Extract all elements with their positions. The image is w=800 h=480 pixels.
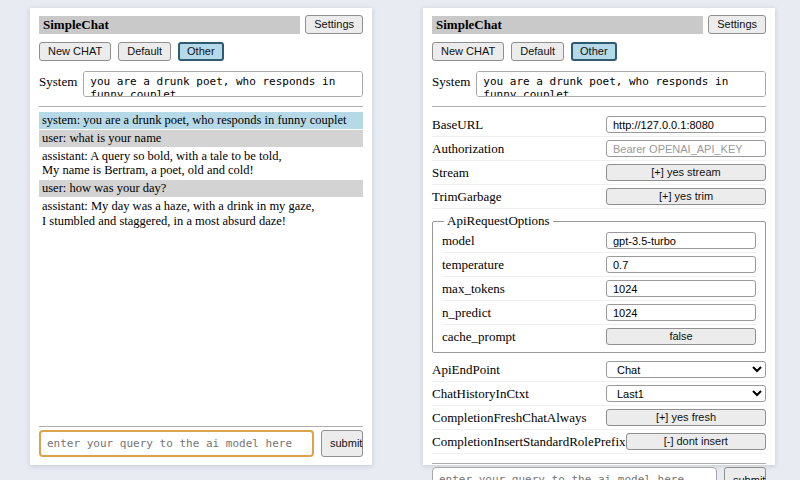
system-prompt-row: System you are a drunk poet, who respond…: [39, 71, 363, 97]
session-toolbar: New CHAT Default Other: [432, 42, 766, 61]
chat-panel: SimpleChat Settings New CHAT Default Oth…: [30, 8, 372, 465]
temperature-label: temperature: [442, 257, 504, 273]
trimgarbage-toggle-button[interactable]: [+] yes trim: [606, 188, 766, 205]
cache-prompt-toggle-button[interactable]: false: [606, 328, 756, 345]
app-title: SimpleChat: [39, 16, 300, 34]
n-predict-label: n_predict: [442, 305, 491, 321]
app-title: SimpleChat: [432, 16, 703, 34]
divider: [432, 106, 766, 107]
system-prompt-input[interactable]: you are a drunk poet, who responds in fu…: [476, 71, 766, 97]
setting-row-stream: Stream [+] yes stream: [432, 161, 766, 185]
max-tokens-label: max_tokens: [442, 281, 505, 297]
setting-row-model: model: [442, 229, 756, 253]
setting-row-temperature: temperature: [442, 253, 756, 277]
system-prompt-row: System you are a drunk poet, who respond…: [432, 71, 766, 97]
query-input[interactable]: [432, 467, 717, 480]
baseurl-label: BaseURL: [432, 117, 483, 133]
chat-message-system: system: you are a drunk poet, who respon…: [39, 112, 363, 129]
submit-button[interactable]: submit: [724, 467, 766, 480]
title-row: SimpleChat Settings: [39, 15, 363, 34]
trimgarbage-label: TrimGarbage: [432, 189, 502, 205]
submit-button[interactable]: submit: [321, 430, 363, 457]
new-chat-button[interactable]: New CHAT: [39, 42, 111, 61]
api-endpoint-label: ApiEndPoint: [432, 362, 500, 378]
baseurl-input[interactable]: [606, 116, 766, 133]
temperature-input[interactable]: [606, 256, 756, 273]
model-input[interactable]: [606, 232, 756, 249]
setting-row-max-tokens: max_tokens: [442, 277, 756, 301]
stream-label: Stream: [432, 165, 469, 181]
n-predict-input[interactable]: [606, 304, 756, 321]
setting-row-cache-prompt: cache_prompt false: [442, 325, 756, 348]
model-label: model: [442, 233, 475, 249]
system-label: System: [432, 71, 470, 90]
settings-list: BaseURL Authorization Stream [+] yes str…: [432, 113, 766, 454]
query-input[interactable]: [39, 430, 314, 457]
settings-button[interactable]: Settings: [708, 15, 766, 34]
setting-row-n-predict: n_predict: [442, 301, 756, 325]
query-footer: submit: [39, 417, 363, 457]
system-label: System: [39, 71, 77, 90]
query-footer: submit: [432, 454, 766, 480]
max-tokens-input[interactable]: [606, 280, 756, 297]
setting-row-chat-history-in-ctxt: ChatHistoryInCtxt Last1: [432, 382, 766, 406]
completion-insert-toggle-button[interactable]: [-] dont insert: [626, 433, 766, 450]
setting-row-trimgarbage: TrimGarbage [+] yes trim: [432, 185, 766, 209]
chat-history-in-ctxt-label: ChatHistoryInCtxt: [432, 386, 529, 402]
new-chat-button[interactable]: New CHAT: [432, 42, 504, 61]
api-request-options-group: ApiRequestOptions model temperature max_…: [432, 213, 766, 353]
authorization-input[interactable]: [606, 140, 766, 157]
settings-button[interactable]: Settings: [305, 15, 363, 34]
divider: [39, 426, 363, 427]
api-endpoint-select[interactable]: Chat: [606, 361, 766, 378]
completion-fresh-chat-always-label: CompletionFreshChatAlways: [432, 410, 587, 426]
chat-message-user: user: how was your day?: [39, 180, 363, 197]
api-request-options-legend: ApiRequestOptions: [444, 213, 553, 229]
setting-row-baseurl: BaseURL: [432, 113, 766, 137]
session-tab-default[interactable]: Default: [118, 42, 171, 61]
title-row: SimpleChat Settings: [432, 15, 766, 34]
completion-insert-standard-role-prefix-label: CompletionInsertStandardRolePrefix: [432, 434, 626, 450]
chat-message-assistant: assistant: My day was a haze, with a dri…: [39, 198, 363, 230]
chat-message-list: system: you are a drunk poet, who respon…: [39, 112, 363, 417]
setting-row-completion-insert-standard-role-prefix: CompletionInsertStandardRolePrefix [-] d…: [432, 430, 766, 454]
session-tab-other[interactable]: Other: [178, 42, 224, 61]
cache-prompt-label: cache_prompt: [442, 329, 516, 345]
completion-fresh-toggle-button[interactable]: [+] yes fresh: [606, 409, 766, 426]
chat-message-user: user: what is your name: [39, 130, 363, 147]
stream-toggle-button[interactable]: [+] yes stream: [606, 164, 766, 181]
setting-row-completion-fresh-chat-always: CompletionFreshChatAlways [+] yes fresh: [432, 406, 766, 430]
chat-history-in-ctxt-select[interactable]: Last1: [606, 385, 766, 402]
divider: [432, 463, 766, 464]
system-prompt-input[interactable]: you are a drunk poet, who responds in fu…: [83, 71, 363, 97]
authorization-label: Authorization: [432, 141, 504, 157]
settings-panel: SimpleChat Settings New CHAT Default Oth…: [423, 8, 775, 465]
setting-row-authorization: Authorization: [432, 137, 766, 161]
setting-row-api-endpoint: ApiEndPoint Chat: [432, 358, 766, 382]
divider: [39, 106, 363, 107]
session-toolbar: New CHAT Default Other: [39, 42, 363, 61]
session-tab-other[interactable]: Other: [571, 42, 617, 61]
chat-message-assistant: assistant: A query so bold, with a tale …: [39, 148, 363, 180]
session-tab-default[interactable]: Default: [511, 42, 564, 61]
